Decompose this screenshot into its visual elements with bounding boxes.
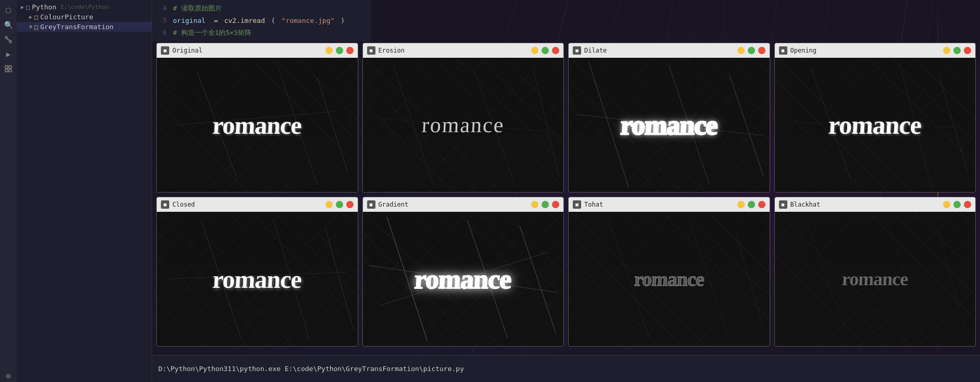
tree-arrow-python: ▶	[21, 4, 24, 10]
svg-line-22	[533, 71, 559, 179]
windows-row-1: ■ Original romance	[156, 43, 976, 193]
window-maximize-closed[interactable]	[336, 201, 343, 208]
window-icon-opening: ■	[779, 46, 787, 55]
tree-path-python: E:\code\Python	[60, 4, 109, 10]
tree-item-python[interactable]: ▶ □ Python E:\code\Python	[17, 2, 152, 12]
window-controls-gradient	[531, 201, 559, 208]
window-content-opening: romance	[775, 58, 976, 192]
window-title-dilate: ■ Dilate	[569, 43, 770, 58]
window-minimize-erosion[interactable]	[531, 47, 538, 54]
window-label-dilate: Dilate	[584, 47, 734, 54]
sidebar-icon-run[interactable]: ▶	[2, 48, 15, 60]
status-bar: D:\Python\Python311\python.exe E:\code\P…	[152, 355, 980, 382]
window-content-tohat: romance	[569, 212, 770, 346]
sidebar: ⬡ 🔍 ▶ ⚙	[0, 0, 17, 382]
window-label-closed: Closed	[172, 201, 322, 208]
window-minimize-gradient[interactable]	[531, 201, 538, 208]
romance-text-tohat: romance	[634, 268, 705, 290]
svg-line-18	[317, 78, 347, 172]
window-erosion: ■ Erosion romance	[362, 43, 564, 193]
window-opening: ■ Opening romance	[774, 43, 976, 193]
window-title-blackhat: ■ Blackhat	[775, 197, 976, 212]
code-comment-2: # 构造一个全1的5×5矩阵	[173, 28, 252, 38]
code-paren-open: (	[271, 16, 275, 26]
line-number-6: 6	[156, 28, 167, 37]
window-icon-erosion: ■	[367, 46, 375, 55]
svg-rect-5	[5, 69, 8, 72]
code-func-cv2: cv2.imread	[224, 16, 265, 26]
tree-label-greytransformation: GreyTransFormation	[40, 23, 114, 31]
window-label-opening: Opening	[790, 47, 940, 54]
window-close-dilate[interactable]	[758, 47, 765, 54]
window-maximize-erosion[interactable]	[542, 47, 549, 54]
window-minimize-tohat[interactable]	[737, 201, 745, 208]
window-maximize-tohat[interactable]	[748, 201, 755, 208]
window-controls-original	[325, 47, 354, 54]
window-maximize-opening[interactable]	[953, 47, 961, 54]
window-icon-gradient: ■	[367, 200, 375, 209]
romance-text-closed: romance	[212, 265, 303, 294]
window-icon-original: ■	[161, 46, 169, 55]
window-minimize-original[interactable]	[325, 47, 333, 54]
romance-text-gradient: romance	[414, 264, 512, 295]
window-title-gradient: ■ Gradient	[363, 197, 564, 212]
window-maximize-gradient[interactable]	[542, 201, 549, 208]
tree-folder-icon-python: □	[26, 4, 30, 11]
window-close-original[interactable]	[346, 47, 354, 54]
window-close-blackhat[interactable]	[964, 201, 971, 208]
status-bar-text: D:\Python\Python311\python.exe E:\code\P…	[158, 365, 464, 373]
sidebar-icon-git[interactable]	[2, 33, 15, 46]
svg-line-30	[939, 78, 968, 172]
window-title-tohat: ■ Tohat	[569, 197, 770, 212]
window-maximize-original[interactable]	[336, 47, 343, 54]
window-minimize-dilate[interactable]	[737, 47, 745, 54]
romance-text-original: romance	[212, 111, 303, 139]
tree-arrow-greytransformation: ▼	[29, 24, 32, 30]
window-close-tohat[interactable]	[758, 201, 765, 208]
svg-line-46	[937, 226, 965, 331]
window-controls-erosion	[531, 47, 559, 54]
svg-line-2	[6, 39, 10, 41]
romance-text-blackhat: romance	[841, 268, 908, 290]
window-controls-blackhat	[943, 201, 971, 208]
window-content-blackhat: romance	[775, 212, 976, 346]
svg-line-43	[735, 231, 763, 327]
windows-row-2: ■ Closed romance	[156, 197, 976, 347]
sidebar-icon-settings[interactable]: ⚙	[2, 370, 15, 382]
tree-arrow-colourpicture: ▶	[29, 14, 32, 20]
tree-folder-icon-greytransformation: □	[34, 23, 38, 31]
code-eq-1: =	[214, 16, 218, 26]
window-close-opening[interactable]	[964, 47, 971, 54]
tree-label-colourpicture: ColourPicture	[40, 13, 93, 21]
sidebar-icon-extensions[interactable]	[2, 62, 15, 75]
line-number-5: 5	[156, 16, 167, 25]
svg-line-34	[325, 228, 354, 330]
window-content-dilate: romance	[569, 58, 770, 192]
code-editor: 4 # 读取原始图片 5 original = cv2.imread ( "ro…	[152, 0, 371, 42]
window-close-closed[interactable]	[346, 201, 354, 208]
svg-line-44	[807, 224, 847, 334]
svg-rect-3	[5, 66, 8, 68]
svg-rect-4	[9, 66, 11, 68]
window-close-gradient[interactable]	[552, 201, 559, 208]
window-maximize-blackhat[interactable]	[953, 201, 961, 208]
sidebar-icon-search[interactable]: 🔍	[2, 19, 15, 31]
window-dilate: ■ Dilate romance	[568, 43, 770, 193]
tree-item-colourpicture[interactable]: ▶ □ ColourPicture	[17, 12, 152, 22]
window-closed: ■ Closed romance	[156, 197, 358, 347]
window-close-erosion[interactable]	[552, 47, 559, 54]
window-maximize-dilate[interactable]	[748, 47, 755, 54]
window-label-blackhat: Blackhat	[790, 201, 940, 208]
window-label-gradient: Gradient	[379, 201, 529, 208]
window-minimize-opening[interactable]	[943, 47, 950, 54]
svg-line-26	[729, 74, 763, 176]
sidebar-icon-explorer[interactable]: ⬡	[2, 4, 15, 17]
tree-item-greytransformation[interactable]: ▼ □ GreyTransFormation	[17, 22, 152, 32]
window-minimize-closed[interactable]	[325, 201, 333, 208]
romance-text-dilate: romance	[620, 110, 718, 141]
code-comment-1: # 读取原始图片	[173, 3, 222, 14]
window-minimize-blackhat[interactable]	[943, 201, 950, 208]
window-icon-blackhat: ■	[779, 200, 787, 209]
code-paren-close: )	[341, 16, 345, 26]
window-content-closed: romance	[157, 212, 358, 346]
